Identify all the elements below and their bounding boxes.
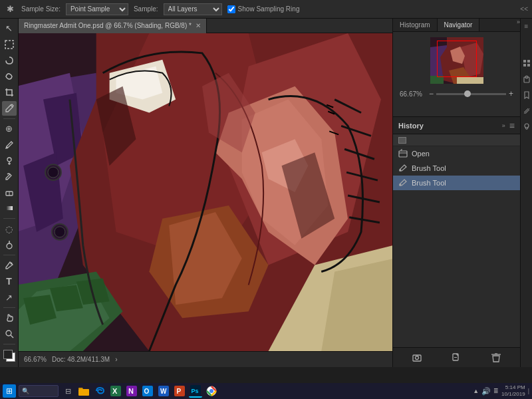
dodge-tool-btn[interactable] <box>2 237 17 252</box>
canvas-tab[interactable]: Ringmaster Admit One.psd @ 66.7% (Shadin… <box>19 19 207 33</box>
sample-size-select[interactable]: Point Sample 3 by 3 Average 5 by 5 Avera… <box>66 3 128 15</box>
history-item-brush1-icon <box>398 164 408 173</box>
far-right-btn-5[interactable] <box>522 106 531 116</box>
svg-point-1 <box>6 146 8 148</box>
tab-navigator[interactable]: Navigator <box>438 19 480 31</box>
nav-thumbnail-svg <box>430 37 483 84</box>
canvas-tab-title: Ringmaster Admit One.psd @ 66.7% (Shadin… <box>24 22 192 29</box>
svg-rect-69 <box>523 60 526 63</box>
svg-rect-76 <box>78 389 89 396</box>
taskbar-powerpoint[interactable]: P <box>173 384 186 398</box>
tray-network[interactable]: ≣ <box>493 388 499 394</box>
foreground-color-swatch[interactable] <box>3 350 13 359</box>
svg-point-65 <box>415 356 418 359</box>
svg-point-35 <box>48 167 59 178</box>
blur-tool-btn[interactable]: ◌ <box>2 221 17 236</box>
move-tool-btn[interactable]: ↖ <box>2 21 17 36</box>
tray-volume[interactable]: 🔊 <box>481 387 491 396</box>
nav-zoom-thumb[interactable] <box>464 90 471 97</box>
history-menu-btn[interactable]: ≡ <box>509 120 515 131</box>
far-right-btn-4[interactable] <box>522 90 531 100</box>
taskbar-onenote[interactable]: N <box>125 384 138 398</box>
quick-selection-tool-btn[interactable] <box>2 69 17 84</box>
heal-tool-btn[interactable]: ⊕ <box>2 122 17 136</box>
taskbar-edge[interactable] <box>93 384 106 398</box>
history-item-open-icon <box>398 149 408 158</box>
show-sampling-ring-label: Show Sampling Ring <box>238 5 300 13</box>
taskbar-photoshop[interactable]: Ps <box>189 384 202 398</box>
svg-point-11 <box>6 331 11 336</box>
sample-size-label: Sample Size: <box>21 5 61 13</box>
history-item-brush2-icon <box>398 178 408 188</box>
taskbar-file-explorer[interactable] <box>77 384 90 398</box>
history-item-open[interactable]: Open <box>393 146 520 161</box>
task-view-btn[interactable]: ⊟ <box>61 384 74 398</box>
svg-rect-61 <box>399 151 407 157</box>
svg-rect-7 <box>6 206 13 210</box>
show-sampling-ring-checkbox[interactable] <box>227 5 235 13</box>
nav-hist-panel: Histogram Navigator » <box>393 19 520 117</box>
history-item-brush2-label: Brush Tool <box>412 179 446 187</box>
delete-state-btn[interactable] <box>489 350 503 365</box>
history-panel-collapse-arrow[interactable]: » <box>502 122 505 129</box>
canvas-tab-bar: Ringmaster Admit One.psd @ 66.7% (Shadin… <box>19 19 392 33</box>
clone-stamp-btn[interactable] <box>2 154 17 168</box>
nav-zoom-slider[interactable] <box>436 93 506 95</box>
svg-text:X: X <box>112 387 118 395</box>
taskbar-clock[interactable]: 5:14 PM 10/1/2019 <box>501 384 525 398</box>
history-header: History » ≡ <box>393 117 520 134</box>
artwork-canvas[interactable] <box>19 33 392 351</box>
taskbar-word[interactable]: W <box>157 384 170 398</box>
history-content: Open Brush Tool <box>393 146 520 347</box>
taskbar-outlook[interactable]: O <box>141 384 154 398</box>
tray-arrow[interactable]: ▲ <box>473 388 479 394</box>
canvas-status-arrow[interactable]: › <box>115 356 117 363</box>
svg-point-2 <box>7 158 11 162</box>
marquee-tool-btn[interactable] <box>2 37 17 52</box>
panel-toggle-arrow-left[interactable]: << <box>520 5 528 13</box>
nav-zoom-plus[interactable]: + <box>509 89 513 98</box>
svg-point-62 <box>400 170 402 172</box>
eraser-tool-btn[interactable] <box>2 186 17 200</box>
canvas-status-bar: 66.67% Doc: 48.2M/411.3M › <box>19 351 392 367</box>
far-right-btn-1[interactable]: ≡ <box>522 21 531 31</box>
taskbar-chrome[interactable] <box>205 384 218 398</box>
canvas-status-doc: Doc: 48.2M/411.3M <box>52 356 110 363</box>
top-toolbar: ✱ Sample Size: Point Sample 3 by 3 Avera… <box>0 0 532 19</box>
foreground-bg-colors[interactable] <box>2 348 17 363</box>
crop-tool-btn[interactable] <box>2 85 17 100</box>
path-selection-btn[interactable]: ↗ <box>2 290 17 305</box>
gradient-tool-btn[interactable] <box>2 201 17 215</box>
type-tool-btn[interactable]: T <box>2 274 17 289</box>
svg-rect-59 <box>457 77 483 84</box>
sample-select[interactable]: All Layers Current Layer <box>164 3 222 15</box>
hand-tool-btn[interactable] <box>2 311 17 325</box>
svg-point-75 <box>525 124 529 128</box>
nav-zoom-label: 66.67% <box>400 90 426 98</box>
svg-line-12 <box>11 335 13 338</box>
history-panel: History » ≡ <box>393 117 520 367</box>
zoom-tool-btn[interactable] <box>2 327 17 341</box>
create-new-document-btn[interactable] <box>449 350 464 365</box>
history-brush-btn[interactable] <box>2 170 17 184</box>
pen-tool-btn[interactable] <box>2 258 17 273</box>
brush-tool-btn[interactable] <box>2 138 17 152</box>
far-right-btn-2[interactable] <box>522 59 531 68</box>
lasso-tool-btn[interactable] <box>2 53 17 68</box>
taskbar-search[interactable]: 🔍 <box>19 385 59 397</box>
far-right-btn-3[interactable] <box>522 74 531 84</box>
eyedropper-tool-btn[interactable] <box>2 101 17 116</box>
nav-zoom-minus[interactable]: − <box>429 89 434 98</box>
show-desktop-btn[interactable]: | <box>528 388 529 394</box>
svg-text:P: P <box>177 388 182 395</box>
history-item-brush2[interactable]: Brush Tool <box>393 176 520 190</box>
far-right-btn-6[interactable] <box>522 122 531 132</box>
start-button[interactable]: ⊞ <box>3 384 16 398</box>
svg-point-63 <box>400 184 402 186</box>
taskbar-excel[interactable]: X <box>109 384 122 398</box>
history-item-brush1[interactable]: Brush Tool <box>393 161 520 176</box>
tab-histogram[interactable]: Histogram <box>393 19 438 31</box>
canvas-tab-close[interactable]: ✕ <box>196 22 201 29</box>
left-tool-panel: ↖ ⊕ ◌ <box>0 19 19 367</box>
new-snapshot-btn[interactable] <box>410 350 424 365</box>
